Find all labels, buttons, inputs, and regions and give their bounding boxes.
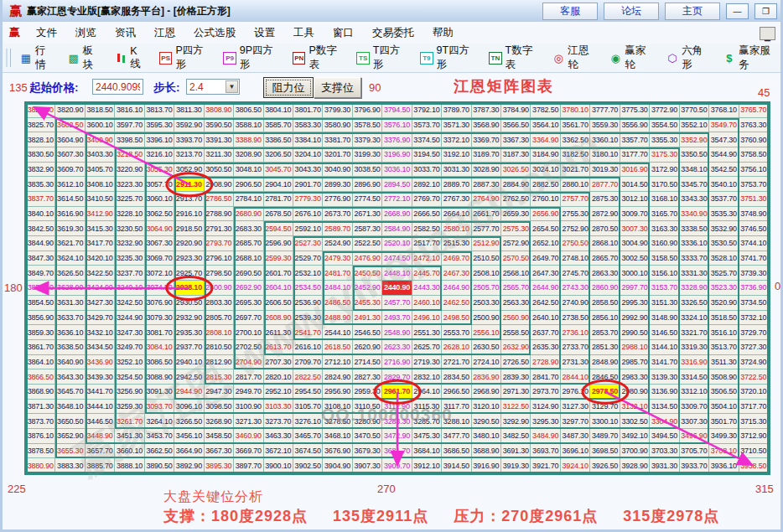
restore-button[interactable]: ❐	[754, 3, 777, 19]
toolbar-item[interactable]: ◎江恩轮	[548, 44, 600, 72]
toolbar-item[interactable]: K线	[111, 45, 150, 71]
mdi-minimize-icon[interactable]: ▁	[760, 27, 775, 40]
toolbar-item[interactable]: T99T四方形	[416, 44, 480, 72]
forum-button[interactable]: 论坛	[604, 3, 659, 20]
menu-item[interactable]: 资讯	[106, 22, 145, 44]
minimize-button[interactable]: —	[726, 3, 749, 19]
chevron-down-icon[interactable]: ▼	[226, 80, 238, 93]
matrix-cell: 3931.30	[650, 458, 679, 473]
matrix-cell: 2968.90	[472, 385, 501, 400]
matrix-cell: 3031.30	[442, 163, 471, 178]
matrix-cell: 3321.70	[680, 325, 709, 340]
kline-icon	[115, 52, 127, 65]
matrix-cell: 2834.50	[442, 369, 471, 385]
matrix-cell: 2594.50	[264, 221, 293, 236]
matrix-cell: 3924.10	[561, 458, 590, 473]
matrix-cell: 3168.10	[650, 192, 679, 207]
matrix-cell: 2649.70	[531, 251, 560, 266]
menu-item[interactable]: 浏览	[66, 22, 106, 44]
toolbar-item[interactable]: ▦行情	[16, 44, 59, 72]
customer-service-button[interactable]: 客服	[542, 3, 598, 20]
matrix-cell: 3633.70	[55, 311, 85, 326]
matrix-cell: 3218.50	[115, 147, 144, 163]
matrix-cell: 3506.50	[709, 385, 739, 400]
matrix-cell: 3636.10	[55, 325, 85, 340]
toolbar-item[interactable]: ⬡六角形	[662, 44, 714, 72]
menu-item[interactable]: 设置	[245, 22, 284, 44]
toolbar-item[interactable]: PNP数字表	[288, 44, 347, 72]
matrix-cell: 3564.10	[531, 118, 560, 133]
toolbar-item[interactable]: TST四方形	[352, 44, 411, 72]
matrix-cell: 3009.70	[620, 207, 650, 222]
matrix-cell: 3643.30	[55, 369, 85, 385]
matrix-cell: 2726.50	[501, 355, 531, 370]
toolbar-item[interactable]: ◉赢家轮	[605, 44, 657, 72]
price-square-grid: 3823.303820.903818.503816.103813.703811.…	[26, 103, 769, 473]
matrix-cell: 2532.10	[293, 266, 323, 281]
matrix-cell: 2901.70	[293, 177, 323, 192]
matrix-cell: 3309.70	[680, 400, 709, 415]
matrix-cell: 3511.30	[709, 355, 739, 370]
matrix-cell: 2529.70	[293, 251, 323, 266]
resistance-button[interactable]: 阻力位	[263, 77, 314, 98]
quotes-table-icon: ▦	[20, 52, 32, 65]
matrix-cell: 3307.30	[680, 414, 709, 429]
toolbar-item[interactable]: P99P四方形	[219, 44, 283, 72]
matrix-cell: 2911.30	[174, 177, 204, 192]
matrix-cell: 3837.70	[26, 192, 55, 207]
matrix-cell: 3756.10	[739, 163, 769, 178]
matrix-cell: 3938.50	[739, 458, 769, 473]
matrix-cell: 3074.50	[145, 281, 174, 296]
matrix-cell: 3160.90	[650, 236, 679, 251]
toolbar-item[interactable]: TNT数字表	[485, 44, 543, 72]
matrix-cell: 3669.70	[234, 444, 263, 459]
matrix-cell: 2704.90	[234, 355, 263, 370]
matrix-cell: 3609.70	[55, 163, 85, 178]
degree-label-135: 135	[9, 81, 28, 94]
menu-item[interactable]: 文件	[27, 22, 66, 44]
matrix-cell: 2769.70	[412, 192, 442, 207]
matrix-cell: 2832.10	[412, 369, 442, 385]
menu-item[interactable]: 江恩	[145, 22, 184, 44]
matrix-cell: 3681.70	[382, 444, 412, 459]
matrix-cell: 3076.90	[145, 296, 174, 311]
matrix-cell: 2527.30	[293, 236, 323, 251]
menu-item[interactable]: 窗口	[324, 22, 363, 44]
matrix-cell: 2565.70	[501, 281, 531, 296]
menu-item[interactable]: 公式选股	[184, 22, 245, 44]
support-button[interactable]: 支撑位	[314, 77, 361, 98]
matrix-cell: 3796.90	[353, 103, 382, 118]
matrix-cell: 2822.50	[293, 369, 323, 385]
matrix-cell: 2596.90	[264, 236, 293, 251]
matrix-cell: 3751.30	[739, 192, 769, 207]
matrix-cell: 3439.30	[86, 369, 115, 385]
matrix-cell: 3492.10	[620, 429, 650, 444]
matrix-cell: 2460.10	[412, 296, 442, 311]
matrix-cell: 3628.90	[55, 281, 85, 296]
toolbar-item[interactable]: $赢家服务	[719, 44, 780, 72]
matrix-cell: 2505.70	[472, 281, 501, 296]
matrix-cell: 3861.70	[26, 340, 55, 355]
homepage-button[interactable]: 主页	[665, 3, 720, 20]
matrix-cell: 3816.10	[115, 103, 144, 118]
matrix-cell: 3806.50	[234, 103, 263, 118]
matrix-cell: 3283.30	[382, 414, 412, 429]
matrix-cell: 3842.50	[26, 221, 55, 236]
menu-item[interactable]: 交易委托	[363, 22, 423, 44]
matrix-cell: 3396.10	[145, 132, 174, 147]
toolbar-item[interactable]: PSP四方形	[155, 44, 214, 72]
matrix-cell: 2515.30	[442, 236, 471, 251]
matrix-cell: 3012.10	[620, 192, 650, 207]
toolbar-item-label: 六角形	[682, 44, 710, 72]
toolbar-item[interactable]: ▩板块	[63, 44, 106, 72]
matrix-cell: 3240.10	[115, 281, 144, 296]
matrix-cell: 2690.50	[234, 266, 263, 281]
matrix-cell: 2889.70	[442, 177, 471, 192]
step-combobox[interactable]: 2.4 ▼	[186, 79, 240, 95]
menu-item[interactable]: 帮助	[423, 22, 463, 44]
menu-item[interactable]: 工具	[284, 22, 324, 44]
matrix-cell: 3468.10	[323, 429, 352, 444]
start-price-input[interactable]	[92, 79, 143, 95]
matrix-cell: 2868.10	[590, 236, 620, 251]
matrix-cell: 2728.90	[531, 355, 560, 370]
